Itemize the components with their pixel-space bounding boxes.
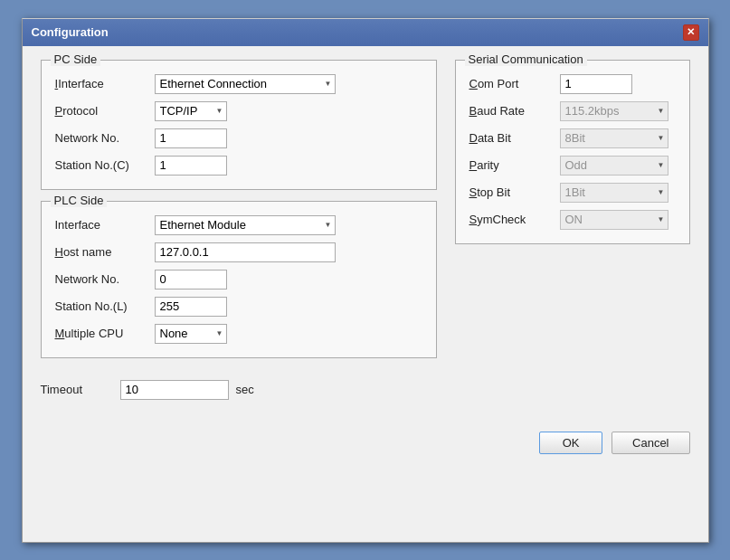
sym-check-select[interactable]: ON: [560, 210, 668, 230]
plc-side-section: PLC Side Interface Ethernet Module Host …: [41, 201, 437, 358]
stop-bit-row: Stop Bit 1Bit: [469, 183, 676, 203]
pc-side-section: PC Side IInterface Ethernet Connection P…: [41, 60, 437, 190]
interface-select[interactable]: Ethernet Connection: [155, 74, 336, 94]
network-no-input[interactable]: [155, 128, 227, 148]
timeout-input[interactable]: [120, 380, 229, 400]
plc-network-no-input[interactable]: [155, 270, 227, 289]
stop-bit-select[interactable]: 1Bit: [560, 183, 668, 203]
station-no-l-input[interactable]: [155, 297, 227, 317]
stop-bit-select-wrapper[interactable]: 1Bit: [560, 183, 668, 203]
host-name-input[interactable]: [155, 242, 336, 262]
pc-side-label: PC Side: [51, 52, 101, 66]
station-no-l-row: Station No.(L): [55, 297, 422, 317]
dialog-body: PC Side IInterface Ethernet Connection P…: [23, 46, 708, 418]
plc-interface-label: Interface: [55, 218, 155, 232]
plc-interface-row: Interface Ethernet Module: [55, 215, 422, 235]
ok-button[interactable]: OK: [539, 432, 602, 454]
host-name-row: Host name: [55, 242, 422, 262]
plc-interface-select[interactable]: Ethernet Module: [155, 215, 336, 235]
serial-comm-section: Serial Communication Com Port Baud Rate …: [455, 60, 690, 244]
network-no-label: Network No.: [55, 131, 155, 145]
interface-row: IInterface Ethernet Connection: [55, 74, 422, 94]
sym-check-label: SymCheck: [469, 213, 560, 226]
multiple-cpu-row: Multiple CPU None: [55, 324, 422, 344]
close-button[interactable]: ✕: [683, 24, 699, 41]
parity-select[interactable]: Odd: [560, 156, 668, 176]
station-no-c-input[interactable]: [155, 156, 227, 176]
plc-network-no-row: Network No.: [55, 270, 422, 289]
baud-rate-row: Baud Rate 115.2kbps: [469, 101, 676, 121]
sym-check-select-wrapper[interactable]: ON: [560, 210, 668, 230]
com-port-row: Com Port: [469, 74, 676, 94]
configuration-dialog: Configuration ✕ PC Side IInterface Ether…: [22, 18, 709, 543]
timeout-row: Timeout sec: [41, 369, 437, 404]
protocol-label: Protocol: [55, 104, 155, 118]
plc-interface-select-wrapper[interactable]: Ethernet Module: [155, 215, 336, 235]
left-panel: PC Side IInterface Ethernet Connection P…: [41, 60, 437, 404]
right-panel: Serial Communication Com Port Baud Rate …: [455, 60, 690, 404]
data-bit-select[interactable]: 8Bit: [560, 128, 668, 148]
interface-label: IInterface: [55, 77, 155, 90]
data-bit-select-wrapper[interactable]: 8Bit: [560, 128, 668, 148]
title-bar: Configuration ✕: [23, 19, 708, 46]
host-name-label: Host name: [55, 245, 155, 259]
data-bit-label: Data Bit: [469, 131, 560, 145]
com-port-label: Com Port: [469, 77, 560, 90]
baud-rate-select-wrapper[interactable]: 115.2kbps: [560, 101, 668, 121]
parity-label: Parity: [469, 158, 560, 172]
button-row: OK Cancel: [23, 418, 708, 468]
cancel-button[interactable]: Cancel: [611, 432, 689, 454]
station-no-c-row: Station No.(C): [55, 156, 422, 176]
station-no-l-label: Station No.(L): [55, 299, 155, 313]
multiple-cpu-select-wrapper[interactable]: None: [155, 324, 227, 344]
dialog-title: Configuration: [32, 25, 109, 39]
multiple-cpu-label: Multiple CPU: [55, 327, 155, 340]
station-no-c-label: Station No.(C): [55, 158, 155, 172]
baud-rate-label: Baud Rate: [469, 104, 560, 118]
protocol-row: Protocol TCP/IP: [55, 101, 422, 121]
protocol-select-wrapper[interactable]: TCP/IP: [155, 101, 227, 121]
parity-row: Parity Odd: [469, 156, 676, 176]
timeout-unit: sec: [236, 383, 254, 396]
baud-rate-select[interactable]: 115.2kbps: [560, 101, 668, 121]
plc-network-no-label: Network No.: [55, 272, 155, 286]
com-port-input[interactable]: [560, 74, 632, 94]
serial-comm-label: Serial Communication: [465, 52, 587, 66]
plc-side-label: PLC Side: [51, 194, 108, 207]
multiple-cpu-select[interactable]: None: [155, 324, 227, 344]
sym-check-row: SymCheck ON: [469, 210, 676, 230]
network-no-row: Network No.: [55, 128, 422, 148]
parity-select-wrapper[interactable]: Odd: [560, 156, 668, 176]
interface-select-wrapper[interactable]: Ethernet Connection: [155, 74, 336, 94]
data-bit-row: Data Bit 8Bit: [469, 128, 676, 148]
protocol-select[interactable]: TCP/IP: [155, 101, 227, 121]
stop-bit-label: Stop Bit: [469, 185, 560, 199]
timeout-label: Timeout: [41, 383, 113, 396]
